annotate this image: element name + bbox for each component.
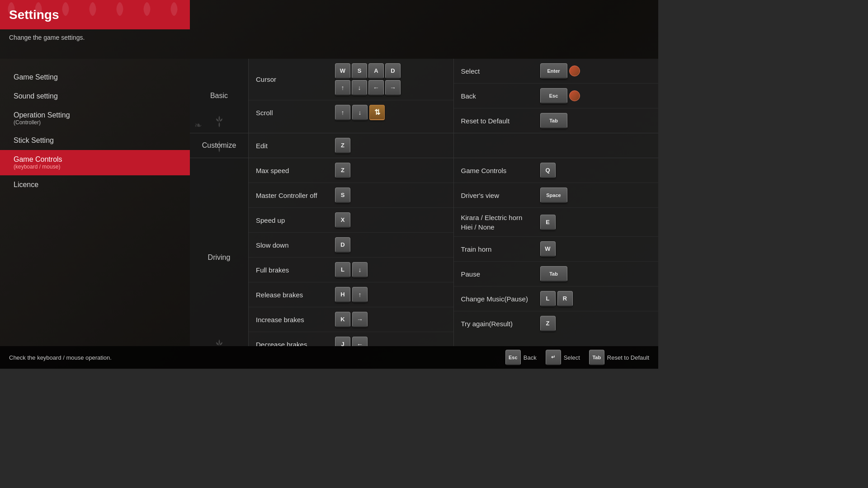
key-tab-status: Tab	[589, 350, 604, 365]
pause-row: Pause Tab	[454, 262, 659, 286]
key-e-horn: E	[540, 215, 556, 230]
cursor-wasd-group: W S A D ↑ ↓ ← →	[335, 63, 401, 95]
select-label: Select	[461, 67, 540, 75]
key-tab-pause: Tab	[540, 266, 567, 282]
cursor-label: Cursor	[256, 75, 335, 83]
edit-keys: Z	[335, 138, 350, 153]
key-scroll-up: ↑	[335, 105, 350, 120]
increase-brakes-label: Increase brakes	[256, 316, 335, 324]
key-d-slow: D	[335, 237, 350, 253]
key-l-full: L	[335, 262, 350, 277]
sidebar-item-game-controls[interactable]: Game Controls (keyboard / mouse)	[0, 150, 190, 175]
customize-section-content: Edit Z	[249, 133, 658, 158]
key-s: S	[352, 63, 367, 79]
key-z-try: Z	[540, 316, 556, 331]
controller-back-icon	[569, 90, 580, 101]
try-again-label: Try again(Result)	[461, 320, 540, 328]
status-back-label: Back	[524, 354, 537, 361]
select-row: Select Enter	[454, 59, 659, 84]
driving-section: Driving ❧ Max speed Z Master Controller …	[190, 158, 658, 346]
key-right-inc: →	[352, 312, 368, 327]
cursor-row: Cursor W S A D ↑	[249, 59, 453, 100]
release-brakes-keys: H ↑	[335, 287, 368, 302]
max-speed-keys: Z	[335, 163, 350, 178]
customize-left: Edit Z	[249, 133, 454, 158]
main-layout: Game Setting Sound setting Operation Set…	[0, 59, 658, 346]
select-keys: Enter	[540, 63, 580, 79]
train-horn-label: Train horn	[461, 245, 540, 253]
key-scroll-wheel: ⇅	[369, 105, 385, 120]
change-music-label: Change Music(Pause)	[461, 295, 540, 303]
status-select-label: Select	[564, 354, 580, 361]
basic-right-controls: Select Enter Back Esc	[454, 59, 659, 133]
increase-brakes-row: Increase brakes K →	[249, 307, 453, 332]
reset-keys: Tab	[540, 113, 567, 128]
key-s-master: S	[335, 188, 350, 203]
increase-brakes-keys: K →	[335, 312, 368, 327]
driving-section-content: Max speed Z Master Controller off S Spee…	[249, 158, 658, 346]
decrease-brakes-row: Decrease brakes J ←	[249, 332, 453, 346]
status-bar: Check the keyboard / mouse operation. Es…	[0, 346, 658, 369]
sidebar-item-sound-setting[interactable]: Sound setting	[0, 87, 190, 106]
master-off-row: Master Controller off S	[249, 183, 453, 208]
back-keys: Esc	[540, 88, 580, 103]
train-horn-row: Train horn W	[454, 237, 659, 262]
electric-horn-row: Kirara / Electric horn Hiei / None E	[454, 208, 659, 237]
edit-label: Edit	[256, 142, 335, 150]
train-horn-keys: W	[540, 241, 556, 257]
slow-down-keys: D	[335, 237, 350, 253]
key-up: ↑	[335, 80, 350, 95]
drivers-view-row: Driver's view Space	[454, 183, 659, 208]
change-music-keys: L R	[540, 291, 573, 306]
try-again-row: Try again(Result) Z	[454, 311, 659, 336]
electric-horn-keys: E	[540, 215, 556, 230]
key-esc: Esc	[540, 88, 567, 103]
sidebar-item-licence[interactable]: Licence	[0, 175, 190, 194]
back-row: Back Esc	[454, 84, 659, 108]
game-controls-right-keys: Q	[540, 163, 556, 178]
basic-section: Basic ❧ Cursor W S A	[190, 59, 658, 133]
try-again-keys: Z	[540, 316, 556, 331]
cursor-row1: W S A D	[335, 63, 401, 79]
key-z-max: Z	[335, 163, 350, 178]
drivers-view-label: Driver's view	[461, 192, 540, 199]
sidebar-item-operation-setting[interactable]: Operation Setting (Controller)	[0, 106, 190, 131]
status-select-action[interactable]: ↵ Select	[546, 350, 580, 365]
electric-horn-label: Kirara / Electric horn Hiei / None	[461, 213, 540, 232]
status-back-action[interactable]: Esc Back	[505, 350, 537, 365]
reset-row: Reset to Default Tab	[454, 108, 659, 133]
key-enter: Enter	[540, 63, 567, 79]
key-right: →	[385, 80, 401, 95]
key-scroll-down: ↓	[352, 105, 368, 120]
customize-section: Customize Edit Z	[190, 133, 658, 158]
slow-down-row: Slow down D	[249, 233, 453, 258]
slow-down-label: Slow down	[256, 241, 335, 249]
status-reset-label: Reset to Default	[607, 354, 649, 361]
page-subtitle: Change the game settings.	[0, 29, 658, 46]
sidebar: Game Setting Sound setting Operation Set…	[0, 59, 190, 346]
pause-keys: Tab	[540, 266, 567, 282]
key-z-edit: Z	[335, 138, 350, 153]
speed-up-keys: X	[335, 212, 350, 228]
sidebar-item-game-setting[interactable]: Game Setting	[0, 68, 190, 87]
scroll-keys: ↑ ↓ ⇅	[335, 105, 385, 120]
key-x-speed: X	[335, 212, 350, 228]
key-w: W	[335, 63, 350, 79]
key-left-dec: ←	[352, 337, 368, 346]
master-off-label: Master Controller off	[256, 192, 335, 199]
basic-left-controls: Cursor W S A D ↑	[249, 59, 454, 133]
controller-icon	[569, 66, 580, 76]
decrease-brakes-keys: J ←	[335, 337, 368, 346]
content-panel: Basic ❧ Cursor W S A	[190, 59, 658, 346]
key-enter-status: ↵	[546, 350, 561, 365]
status-reset-action[interactable]: Tab Reset to Default	[589, 350, 649, 365]
basic-section-label: Basic ❧	[190, 59, 249, 133]
sidebar-item-stick-setting[interactable]: Stick Setting	[0, 131, 190, 150]
speed-up-label: Speed up	[256, 216, 335, 224]
key-down-full: ↓	[352, 262, 368, 277]
decrease-brakes-label: Decrease brakes	[256, 341, 335, 347]
game-controls-right-label: Game Controls	[461, 167, 540, 174]
speed-up-row: Speed up X	[249, 208, 453, 233]
back-label: Back	[461, 92, 540, 100]
key-l-music: L	[540, 291, 556, 306]
